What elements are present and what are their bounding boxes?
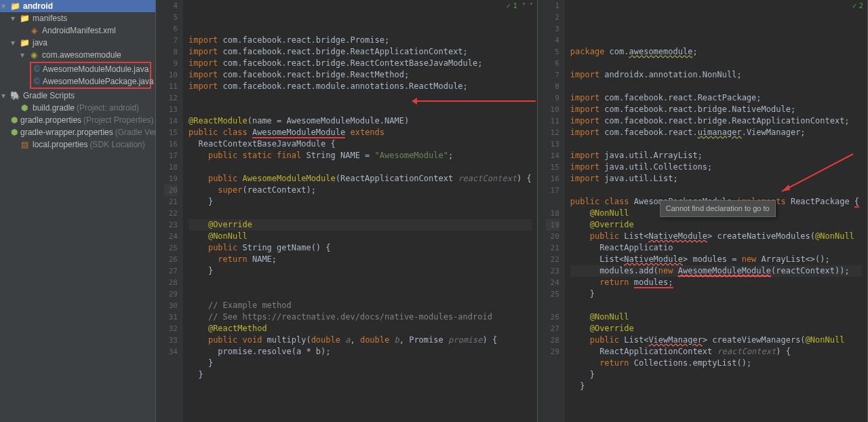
gradle-file-icon: ⬢ — [19, 103, 30, 113]
properties-icon: ▤ — [19, 140, 30, 149]
tree-label: java — [33, 38, 47, 47]
editor-split: ✓ 1 ˄ ˅ 45678910111213141516171819202122… — [156, 0, 868, 422]
tree-folder[interactable]: ▾ 📁 manifests — [0, 12, 155, 24]
tree-label: AndroidManifest.xml — [42, 26, 116, 35]
code-right[interactable]: Cannot find declaration to go to package… — [565, 0, 867, 422]
tree-file[interactable]: ⬢ gradle.properties (Project Properties) — [0, 114, 155, 126]
tree-label: local.properties — [33, 140, 87, 149]
xml-icon: ◈ — [28, 26, 39, 35]
gradle-file-icon: ⬢ — [11, 128, 18, 137]
tree-suffix: (Project Properties) — [83, 115, 153, 125]
tree-file[interactable]: ◈ AndroidManifest.xml — [0, 24, 155, 37]
tree-suffix: (SDK Location) — [90, 140, 144, 149]
gutter-right: 1234567891011121314151617181920212223242… — [538, 0, 565, 422]
chevron-down-icon: ▾ — [1, 91, 9, 100]
arrow-annotation — [414, 100, 536, 102]
tooltip: Cannot find declaration to go to — [660, 200, 776, 217]
tree-section[interactable]: ▾ 🐘 Gradle Scripts — [0, 90, 155, 102]
tree-label: AwesomeModuleModule.java — [43, 64, 149, 74]
java-icon: © — [34, 64, 40, 74]
tree-file[interactable]: ▤ local.properties (SDK Location) — [0, 138, 155, 151]
project-root-label: android — [23, 1, 53, 11]
tree-label: com.awesomemodule — [42, 50, 121, 60]
tree-label: manifests — [33, 14, 67, 23]
chevron-down-icon: ▾ — [1, 1, 9, 11]
svg-line-0 — [782, 154, 853, 191]
folder-icon: 📁 — [19, 14, 30, 23]
tree-label: gradle-wrapper.properties — [20, 128, 113, 137]
code-left[interactable]: import com.facebook.react.bridge.Promise… — [183, 0, 537, 422]
tree-package[interactable]: ▾ ◉ com.awesomemodule — [0, 49, 155, 61]
tree-label: build.gradle — [33, 103, 75, 113]
editor-left[interactable]: ✓ 1 ˄ ˅ 45678910111213141516171819202122… — [156, 0, 538, 422]
folder-icon: 📁 — [19, 38, 30, 47]
tree-folder[interactable]: ▾ 📁 java — [0, 37, 155, 49]
ide-root: ▾ 📁 android ▾ 📁 manifests ◈ AndroidManif… — [0, 0, 868, 422]
tree-suffix: (Gradle Ver — [115, 128, 156, 137]
tree-file[interactable]: © AwesomeModuleModule.java — [31, 63, 150, 75]
tree-label: Gradle Scripts — [23, 91, 75, 100]
chevron-down-icon: ▾ — [11, 38, 19, 47]
editor-right[interactable]: ✓ 2 123456789101112131415161718192021222… — [538, 0, 868, 422]
tree-file[interactable]: ⬢ gradle-wrapper.properties (Gradle Ver — [0, 126, 155, 138]
folder-icon: 📁 — [9, 1, 20, 11]
java-icon: © — [34, 77, 40, 86]
svg-marker-1 — [782, 185, 790, 191]
project-root[interactable]: ▾ 📁 android — [0, 0, 155, 12]
gradle-icon: 🐘 — [9, 91, 20, 100]
tree-label: gradle.properties — [20, 115, 81, 125]
project-tree: ▾ 📁 android ▾ 📁 manifests ◈ AndroidManif… — [0, 0, 156, 422]
gutter-left: 4567891011121314151617181920212223242526… — [156, 0, 183, 422]
package-icon: ◉ — [28, 50, 39, 60]
tree-file[interactable]: © AwesomeModulePackage.java — [31, 75, 150, 88]
chevron-down-icon: ▾ — [20, 50, 28, 60]
highlighted-files: © AwesomeModuleModule.java © AwesomeModu… — [30, 62, 151, 89]
tree-label: AwesomeModulePackage.java — [43, 77, 154, 86]
arrow-annotation — [775, 151, 856, 198]
chevron-down-icon: ▾ — [11, 14, 19, 23]
tree-suffix: (Project: android) — [77, 103, 139, 113]
tree-file[interactable]: ⬢ build.gradle (Project: android) — [0, 102, 155, 114]
gradle-file-icon: ⬢ — [11, 115, 18, 125]
